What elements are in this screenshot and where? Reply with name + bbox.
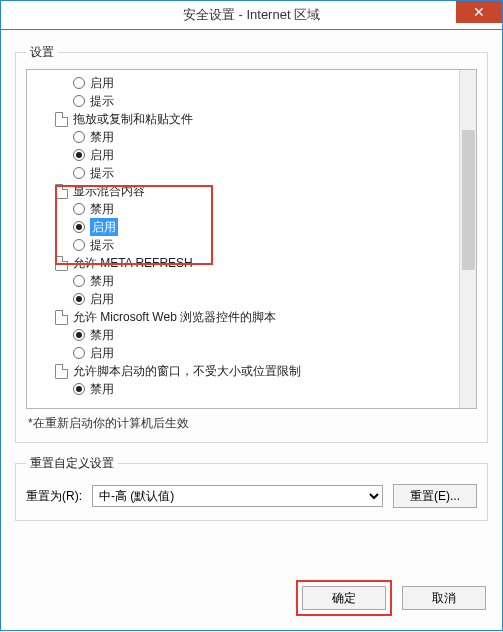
tree-category: 允许 META REFRESH <box>55 254 476 272</box>
tree-option[interactable]: 提示 <box>73 164 476 182</box>
tree-option[interactable]: 禁用 <box>73 128 476 146</box>
file-icon <box>55 364 68 379</box>
tree-category: 拖放或复制和粘贴文件 <box>55 110 476 128</box>
window-title: 安全设置 - Internet 区域 <box>183 6 320 24</box>
tree-category-label: 拖放或复制和粘贴文件 <box>73 110 193 128</box>
tree-option-label: 提示 <box>90 236 114 254</box>
tree-category-label: 允许 Microsoft Web 浏览器控件的脚本 <box>73 308 276 326</box>
tree-option-label: 启用 <box>90 218 118 236</box>
dialog-footer: 确定 取消 <box>296 580 486 616</box>
tree-category-label: 允许脚本启动的窗口，不受大小或位置限制 <box>73 362 301 380</box>
settings-legend: 设置 <box>26 44 58 61</box>
radio-icon[interactable] <box>73 167 85 179</box>
dialog-body: 设置 启用提示拖放或复制和粘贴文件禁用启用提示显示混合内容禁用启用提示允许 ME… <box>0 30 503 631</box>
tree-option[interactable]: 提示 <box>73 236 476 254</box>
radio-icon[interactable] <box>73 203 85 215</box>
tree-option-label: 启用 <box>90 146 114 164</box>
tree-option-label: 启用 <box>90 344 114 362</box>
radio-icon[interactable] <box>73 239 85 251</box>
tree-category: 显示混合内容 <box>55 182 476 200</box>
tree-option-label: 禁用 <box>90 272 114 290</box>
cancel-button[interactable]: 取消 <box>402 586 486 610</box>
tree-option-label: 禁用 <box>90 200 114 218</box>
reset-label: 重置为(R): <box>26 488 82 505</box>
radio-icon[interactable] <box>73 95 85 107</box>
tree-category: 允许 Microsoft Web 浏览器控件的脚本 <box>55 308 476 326</box>
scrollbar-thumb[interactable] <box>462 130 475 270</box>
restart-note: *在重新启动你的计算机后生效 <box>28 415 475 432</box>
file-icon <box>55 112 68 127</box>
tree-option[interactable]: 启用 <box>73 290 476 308</box>
tree-option[interactable]: 禁用 <box>73 380 476 398</box>
tree-category-label: 允许 META REFRESH <box>73 254 193 272</box>
tree-option-label: 启用 <box>90 74 114 92</box>
radio-icon[interactable] <box>73 383 85 395</box>
reset-legend: 重置自定义设置 <box>26 455 118 472</box>
tree-category: 允许脚本启动的窗口，不受大小或位置限制 <box>55 362 476 380</box>
tree-option-label: 提示 <box>90 92 114 110</box>
radio-icon[interactable] <box>73 347 85 359</box>
tree-option-label: 禁用 <box>90 128 114 146</box>
title-bar: 安全设置 - Internet 区域 ✕ <box>0 0 503 30</box>
tree-option[interactable]: 启用 <box>73 218 476 236</box>
scrollbar[interactable] <box>459 70 476 408</box>
close-icon: ✕ <box>473 5 485 19</box>
reset-button[interactable]: 重置(E)... <box>393 484 477 508</box>
tree-option[interactable]: 禁用 <box>73 272 476 290</box>
reset-group: 重置自定义设置 重置为(R): 中-高 (默认值) 重置(E)... <box>15 455 488 521</box>
radio-icon[interactable] <box>73 293 85 305</box>
radio-icon[interactable] <box>73 275 85 287</box>
radio-icon[interactable] <box>73 149 85 161</box>
radio-icon[interactable] <box>73 329 85 341</box>
settings-tree[interactable]: 启用提示拖放或复制和粘贴文件禁用启用提示显示混合内容禁用启用提示允许 META … <box>26 69 477 409</box>
tree-option[interactable]: 禁用 <box>73 326 476 344</box>
tree-option-label: 禁用 <box>90 326 114 344</box>
tree-category-label: 显示混合内容 <box>73 182 145 200</box>
file-icon <box>55 256 68 271</box>
reset-select[interactable]: 中-高 (默认值) <box>92 485 383 507</box>
tree-option[interactable]: 启用 <box>73 74 476 92</box>
file-icon <box>55 310 68 325</box>
ok-button[interactable]: 确定 <box>302 586 386 610</box>
tree-option-label: 禁用 <box>90 380 114 398</box>
tree-option[interactable]: 启用 <box>73 344 476 362</box>
settings-group: 设置 启用提示拖放或复制和粘贴文件禁用启用提示显示混合内容禁用启用提示允许 ME… <box>15 44 488 443</box>
tree-option-label: 启用 <box>90 290 114 308</box>
tree-option[interactable]: 启用 <box>73 146 476 164</box>
close-button[interactable]: ✕ <box>456 1 502 23</box>
file-icon <box>55 184 68 199</box>
ok-highlight: 确定 <box>296 580 392 616</box>
radio-icon[interactable] <box>73 131 85 143</box>
radio-icon[interactable] <box>73 221 85 233</box>
tree-option[interactable]: 提示 <box>73 92 476 110</box>
radio-icon[interactable] <box>73 77 85 89</box>
tree-option-label: 提示 <box>90 164 114 182</box>
settings-tree-inner: 启用提示拖放或复制和粘贴文件禁用启用提示显示混合内容禁用启用提示允许 META … <box>31 74 476 398</box>
tree-option[interactable]: 禁用 <box>73 200 476 218</box>
